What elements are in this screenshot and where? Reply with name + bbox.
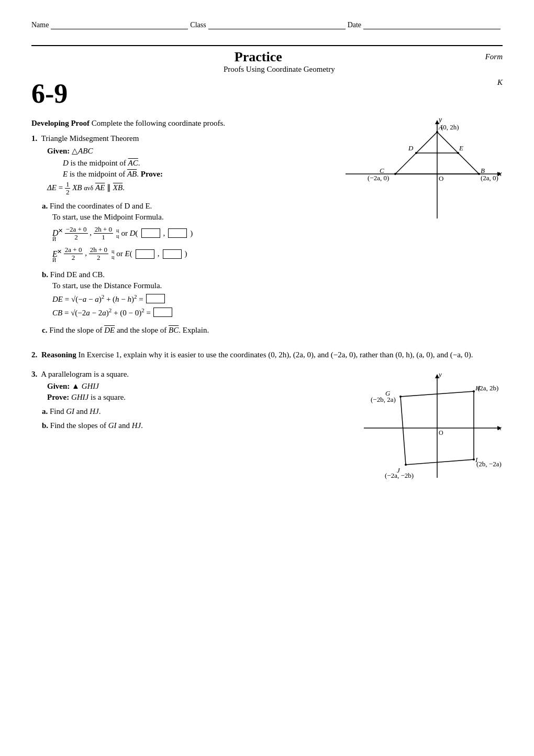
part-c-text: Find the slope of DE and the slope of BC…: [49, 326, 209, 334]
start-text-b: To start, use the Distance Formula.: [52, 281, 503, 290]
section-number: 6-9: [31, 78, 68, 109]
e-frac2: 2h + 0 2: [89, 246, 108, 262]
date-blank: [363, 29, 500, 29]
developing-proof-normal: Complete the following coordinate proofs…: [90, 119, 225, 127]
prove-value-3: GHIJ is a square.: [71, 393, 126, 401]
svg-point-43: [473, 458, 475, 461]
problem-2: 2. Reasoning In Exercise 1, explain why …: [31, 350, 503, 359]
svg-text:(2a, 0): (2a, 0): [481, 174, 498, 182]
date-label: Date: [348, 21, 361, 29]
d-frac2: 2h + 0 1: [94, 226, 113, 242]
svg-text:O: O: [439, 429, 443, 436]
coord-diagram-2: x y O H (2a, 2b) G (−2b, 2a) I (2b, −2a)…: [356, 370, 503, 486]
de-text: DE = √(−a − a)2 + (h − h)2 =: [52, 293, 143, 304]
svg-text:y: y: [438, 116, 442, 124]
svg-text:(−2a, 0): (−2a, 0): [368, 174, 389, 182]
svg-point-42: [405, 464, 407, 466]
d-subscript: цц: [116, 227, 119, 239]
e-frac1: 2a + 0 2: [64, 246, 83, 262]
header: Name Class Date: [31, 21, 503, 29]
problem-2-number: 2.: [31, 350, 37, 359]
svg-text:x: x: [498, 424, 502, 432]
given-label-3: Given:: [47, 382, 70, 390]
cb-text: CB = √(−2a − 2a)2 + (0 − 0)2 =: [52, 307, 151, 317]
e-answer-1[interactable]: [136, 249, 154, 259]
ac-bar: AC: [128, 159, 138, 167]
problem-3-part-b-text: Find the slopes of GI and HJ.: [50, 421, 143, 430]
svg-text:(2a, 2b): (2a, 2b): [477, 384, 498, 392]
form-label: Form: [485, 52, 503, 61]
coord-diagram-1: x y O A (0, 2h) D E B (2a, 0) C (−2a, 0): [335, 114, 503, 229]
part-b-label: b.: [42, 270, 48, 279]
ab-bar: AB: [127, 170, 137, 178]
subtitle: Proofs Using Coordinate Geometry: [73, 65, 485, 74]
problem-2-bold: Reasoning: [41, 350, 76, 359]
part-a-label: a.: [42, 202, 48, 210]
problem-3: 3. A parallelogram is a square. x y O H …: [31, 370, 503, 486]
prove-label-3: Prove:: [47, 393, 69, 401]
de-formula: DE = √(−a − a)2 + (h − h)2 =: [52, 293, 503, 304]
name-blank: [51, 29, 188, 29]
problem-2-text: In Exercise 1, explain why it is easier …: [78, 350, 473, 359]
start-b-content: To start, use the Distance Formula.: [52, 281, 162, 290]
title-section: Practice Proofs Using Coordinate Geometr…: [31, 45, 503, 76]
part-b: b. Find DE and CB.: [42, 270, 503, 279]
k-label: K: [497, 78, 503, 87]
given-value-1: △ABC: [72, 147, 93, 155]
svg-text:B: B: [481, 167, 485, 174]
problem-1-title: Triangle Midsegment Theorem: [41, 134, 139, 143]
svg-point-23: [457, 152, 459, 154]
e-var: E: [63, 170, 68, 178]
start-text-a-content: To start, use the Midpoint Formula.: [52, 213, 164, 221]
d-or-text: or D(: [121, 229, 138, 238]
e-var-formula: E Й ✕: [52, 249, 58, 259]
e-answer-2[interactable]: [163, 249, 182, 259]
part-a-text: Find the coordinates of D and E.: [50, 202, 152, 210]
given-label-1: Given:: [47, 147, 70, 155]
d-answer-1[interactable]: [141, 228, 160, 238]
problem-3-part-a-label: a.: [42, 407, 48, 415]
svg-text:(2b, −2a): (2b, −2a): [476, 460, 502, 468]
class-label: Class: [190, 21, 206, 29]
problem-1-number: 1.: [31, 134, 37, 143]
name-label: Name: [31, 21, 49, 29]
prove-label-1: Prove:: [141, 170, 163, 178]
part-c-label: c.: [42, 326, 47, 334]
class-blank: [208, 29, 346, 29]
problem-3-part-a-text: Find GI and HJ.: [50, 407, 101, 415]
svg-text:(−2b, 2a): (−2b, 2a): [371, 396, 396, 403]
svg-text:E: E: [459, 144, 463, 152]
svg-text:x: x: [498, 170, 502, 178]
svg-point-20: [478, 173, 480, 175]
d-var: D: [63, 159, 69, 167]
d-frac1: −2a + 0 2: [65, 226, 88, 242]
problem-3-title: A parallelogram is a square.: [41, 370, 129, 378]
svg-point-19: [436, 131, 438, 133]
d-var-formula: D Й ✕: [52, 228, 59, 238]
part-c: c. Find the slope of DE and the slope of…: [42, 326, 503, 335]
svg-point-22: [415, 152, 417, 154]
cb-formula: CB = √(−2a − 2a)2 + (0 − 0)2 =: [52, 307, 503, 317]
de-answer[interactable]: [146, 294, 165, 303]
problem-3-number: 3.: [31, 370, 37, 378]
problem-3-part-b-label: b.: [42, 421, 48, 430]
given-value-3: ▲ GHIJ: [72, 382, 99, 390]
section-header-row: 6-9 K: [31, 78, 503, 110]
svg-text:(−2a, −2b): (−2a, −2b): [385, 472, 414, 479]
e-frac-group: 2a + 0 2 , 2h + 0 2: [64, 246, 108, 262]
e-or-text: or E(: [116, 249, 132, 258]
problem-1: 1. Triangle Midsegment Theorem x y O: [31, 134, 503, 335]
practice-title: Practice: [31, 49, 485, 65]
half-fraction: 12: [65, 181, 71, 196]
svg-text:C: C: [380, 167, 384, 174]
e-formula: E Й ✕ 2a + 0 2 , 2h + 0 2 цц or E( , ): [52, 246, 503, 262]
svg-point-21: [394, 173, 396, 175]
cb-answer[interactable]: [153, 308, 172, 317]
d-frac-group: −2a + 0 2 , 2h + 0 1: [65, 226, 114, 242]
e-subscript: цц: [112, 248, 114, 260]
svg-point-41: [399, 396, 402, 398]
d-answer-2[interactable]: [168, 228, 187, 238]
svg-text:y: y: [438, 370, 442, 378]
developing-proof-bold: Developing Proof: [31, 119, 90, 127]
svg-text:D: D: [408, 144, 414, 152]
